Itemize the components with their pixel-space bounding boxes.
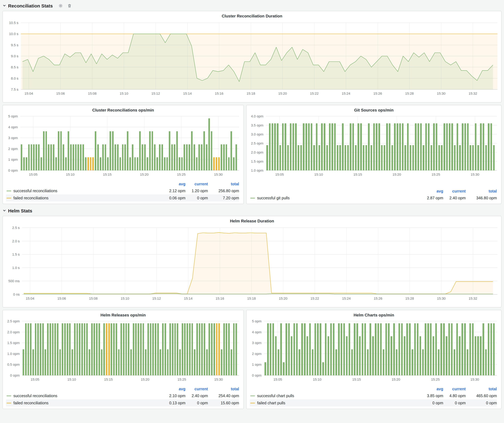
bar-successful reconciliations: [116, 323, 117, 375]
legend-col-avg[interactable]: avg: [154, 182, 186, 186]
bar-successful reconciliations: [171, 144, 173, 170]
legend-header: avg current total: [6, 386, 239, 392]
cluster-reconciliations-opm-chart[interactable]: 0 opm1 opm2 opm3 opm4 opm5 opm15:0515:10…: [5, 114, 241, 180]
legend-col-total[interactable]: total: [466, 387, 497, 391]
y-tick-label: 4 opm: [252, 330, 262, 334]
panel-title[interactable]: Cluster Reconciliations ops/min: [5, 107, 241, 114]
legend-col-total[interactable]: total: [466, 189, 497, 194]
series-label[interactable]: failed reconciliations: [13, 196, 154, 200]
bar-successful chart pulls: [469, 323, 471, 375]
legend-col-total[interactable]: total: [208, 387, 239, 391]
y-tick-label: 9.5 s: [11, 43, 18, 47]
panel-helm-charts-opm: Helm Charts ops/min 0 opm1 opm2 opm3 opm…: [246, 310, 502, 409]
legend-col-avg[interactable]: avg: [154, 387, 186, 391]
section-title-helm-stats[interactable]: Helm Stats: [8, 208, 32, 213]
x-tick-label: 15:08: [88, 92, 96, 95]
section-reconciliation-stats: Reconciliation Stats: [2, 1, 502, 10]
git-sources-opm-chart[interactable]: 1.0 opm1.5 opm2.0 opm2.5 opm3.0 opm3.5 o…: [249, 114, 499, 180]
y-tick-label: 500 ms: [8, 279, 20, 283]
bar-successful git pulls: [347, 145, 349, 170]
x-tick-label: 15:04: [26, 297, 34, 300]
chevron-down-icon[interactable]: [2, 209, 6, 212]
legend-total-value: 254.40 opm: [208, 394, 239, 398]
x-tick-label: 15:14: [183, 92, 192, 95]
series-label[interactable]: failed reconciliations: [13, 401, 154, 405]
panel-title[interactable]: Cluster Reconciliation Duration: [5, 13, 499, 20]
bar-successful chart pulls: [430, 323, 432, 375]
bar-successful chart pulls: [351, 349, 353, 375]
bar-successful chart pulls: [401, 323, 403, 375]
legend-col-current[interactable]: current: [186, 387, 208, 391]
bar-successful reconciliations: [155, 323, 156, 375]
x-tick-label: 15:32: [469, 297, 477, 300]
x-tick-label: 15:28: [405, 92, 414, 95]
bar-successful chart pulls: [456, 323, 458, 375]
legend-total-value: 7.20 opm: [208, 196, 239, 200]
legend-current-value: 1.20 opm: [186, 189, 208, 193]
legend-col-current[interactable]: current: [186, 182, 208, 186]
helm-release-duration-chart[interactable]: 0 ns500 ms1.0 s1.5 s2.0 s2.5 s15:0415:06…: [5, 225, 499, 305]
y-tick-label: 7.5 s: [11, 88, 18, 91]
bar-successful reconciliations: [159, 144, 161, 170]
cluster-reconciliation-duration-chart[interactable]: 7.5 s8.0 s8.5 s9.0 s9.5 s10.0 s10.5 s15:…: [5, 20, 499, 100]
bar-successful reconciliations: [59, 349, 61, 375]
bar-successful reconciliations: [147, 157, 148, 170]
x-tick-label: 15:28: [405, 297, 414, 300]
bar-successful chart pulls: [367, 349, 369, 375]
bar-successful reconciliations: [53, 144, 54, 170]
bar-successful chart pulls: [335, 349, 337, 375]
section-title-reconciliation-stats[interactable]: Reconciliation Stats: [8, 3, 53, 8]
panel-title[interactable]: Git Sources ops/min: [249, 107, 499, 114]
chevron-down-icon[interactable]: [2, 4, 6, 7]
y-tick-label: 4 opm: [8, 125, 18, 129]
y-tick-label: 0 opm: [10, 373, 20, 377]
bar-successful chart pulls: [338, 323, 340, 375]
bar-successful chart pulls: [406, 323, 408, 375]
gear-icon[interactable]: [59, 3, 63, 8]
bar-successful chart pulls: [485, 349, 487, 375]
bar-successful git pulls: [339, 145, 341, 170]
bar-successful reconciliations: [60, 131, 62, 170]
legend-col-total[interactable]: total: [208, 182, 239, 186]
bar-successful git pulls: [459, 145, 461, 170]
series-label[interactable]: failed chart pulls: [257, 401, 412, 405]
x-tick-label: 15:20: [140, 173, 149, 176]
bar-successful reconciliations: [209, 323, 210, 375]
series-label[interactable]: successful chart pulls: [257, 394, 412, 398]
bar-successful reconciliations: [57, 323, 59, 375]
series-label[interactable]: successful git pulls: [257, 196, 412, 200]
panel-title[interactable]: Helm Releases ops/min: [5, 312, 241, 319]
bar-successful git pulls: [386, 123, 388, 170]
series-label[interactable]: successful reconciliations: [13, 189, 154, 193]
legend-col-avg[interactable]: avg: [412, 387, 443, 391]
x-tick-label: 15:18: [247, 297, 256, 300]
bar-successful reconciliations: [97, 144, 99, 170]
panel-title[interactable]: Helm Release Duration: [5, 218, 499, 225]
bar-successful git pulls: [318, 145, 320, 170]
bar-successful git pulls: [483, 123, 484, 170]
bar-successful git pulls: [326, 145, 328, 170]
bar-successful reconciliations: [157, 323, 159, 375]
bar-successful reconciliations: [109, 131, 111, 170]
bar-successful reconciliations: [223, 144, 225, 170]
bar-failed reconciliations: [90, 157, 91, 170]
bar-successful reconciliations: [118, 349, 120, 375]
bar-successful reconciliations: [167, 349, 169, 375]
grafana-dashboard: Reconciliation Stats Cluster Reconciliat…: [0, 0, 504, 423]
bar-successful chart pulls: [299, 349, 300, 375]
series-label[interactable]: successful reconciliations: [13, 394, 154, 398]
helm-releases-opm-chart[interactable]: 0 opm0.5 opm1.0 opm1.5 opm2.0 opm2.5 opm…: [5, 319, 241, 385]
bar-successful chart pulls: [283, 362, 284, 375]
x-tick-label: 15:05: [31, 377, 39, 382]
legend-col-current[interactable]: current: [443, 387, 466, 391]
helm-charts-opm-chart[interactable]: 0 opm1 opm2 opm3 opm4 opm5 opm15:0515:10…: [249, 319, 499, 385]
legend-col-current[interactable]: current: [443, 189, 466, 194]
y-tick-label: 10.5 s: [9, 21, 18, 25]
panel-title[interactable]: Helm Charts ops/min: [249, 312, 499, 319]
legend-col-avg[interactable]: avg: [412, 189, 443, 194]
bar-failed reconciliations: [218, 157, 220, 170]
bar-successful chart pulls: [325, 323, 326, 375]
bar-successful reconciliations: [198, 144, 200, 170]
bar-successful reconciliations: [140, 323, 142, 375]
trash-icon[interactable]: [67, 3, 72, 8]
